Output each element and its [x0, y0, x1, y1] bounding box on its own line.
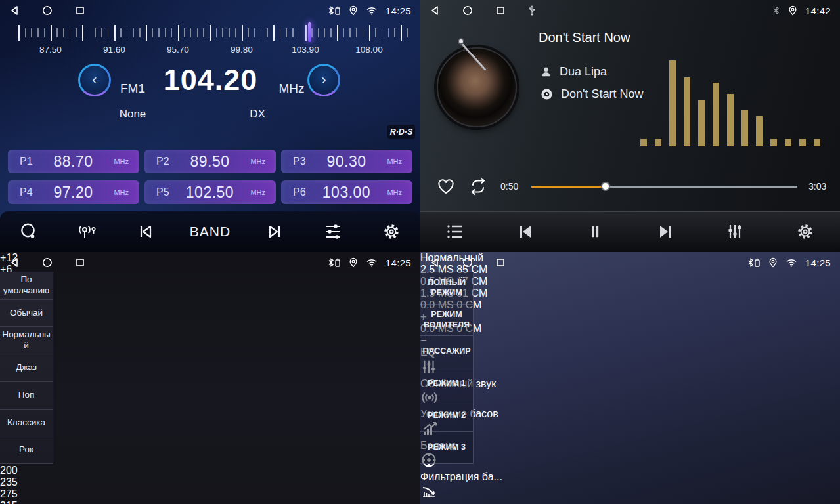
filter-icon	[420, 483, 840, 503]
bluetooth-icon	[772, 6, 780, 15]
next-station-icon[interactable]	[260, 217, 289, 246]
listening-mode-item[interactable]: РЕЖИМ 3	[420, 432, 473, 464]
home-icon[interactable]	[462, 257, 473, 268]
back-icon[interactable]	[9, 257, 20, 268]
preset-button[interactable]: P1 88.70 MHz	[8, 150, 139, 173]
recents-icon[interactable]	[495, 257, 506, 268]
increase-delay-button[interactable]: +	[420, 311, 840, 323]
delay-stepper: + 0.0 MS 0 CM −	[420, 311, 840, 346]
spectrum-bar	[713, 83, 719, 146]
progress-knob[interactable]	[601, 182, 610, 191]
home-icon[interactable]	[42, 257, 53, 268]
preset-unit: MHz	[114, 158, 129, 165]
recents-icon[interactable]	[75, 257, 85, 268]
eq-preset-item[interactable]: Поп	[0, 382, 53, 410]
tonearm-pivot	[458, 38, 464, 45]
preset-unit: MHz	[387, 188, 402, 196]
tab-bass-boost[interactable]: Усиление басов	[420, 408, 840, 440]
delay-rear-right-button[interactable]: 0.0 MS 0 CM	[420, 299, 840, 311]
eq-preset-item[interactable]: Обычай	[0, 300, 53, 327]
dial-label: 99.80	[222, 45, 261, 54]
fc-value[interactable]: 315	[0, 500, 18, 504]
eq-preset-item[interactable]: Рок	[0, 436, 53, 464]
preset-button[interactable]: P6 103.00 MHz	[281, 180, 412, 204]
broadcast-icon[interactable]	[73, 217, 102, 246]
statusbar-player: 14:42	[420, 0, 840, 21]
preset-button[interactable]: P4 97.20 MHz	[8, 180, 139, 204]
audio-spectrum	[640, 58, 831, 146]
fc-row-label: FC:	[0, 311, 420, 323]
preset-frequency: 89.50	[190, 153, 229, 171]
fc-value[interactable]: 235	[0, 476, 18, 488]
bluetooth-battery-icon	[326, 6, 341, 15]
tab-balance[interactable]: Баланс	[420, 440, 840, 471]
back-icon[interactable]	[9, 5, 20, 16]
decrease-delay-button[interactable]: −	[420, 335, 840, 346]
spectrum-bar	[770, 139, 777, 146]
equalizer-icon[interactable]	[319, 217, 347, 246]
preset-button[interactable]: P3 90.30 MHz	[281, 150, 412, 173]
music-player-screen: 14:42 Don't Start Now Dua Lipa Don't Sta…	[420, 0, 840, 252]
settings-gear-icon[interactable]	[377, 217, 406, 246]
location-icon	[768, 257, 778, 268]
recents-icon[interactable]	[75, 5, 85, 16]
statusbar-eq: 14:25	[0, 252, 420, 273]
listening-mode-sidebar: ПОЛНЫЙ РЕЖИМРЕЖИМ ВОДИТЕЛЯПАССАЖИРРЕЖИМ …	[420, 272, 474, 464]
home-icon[interactable]	[42, 5, 53, 16]
pause-icon[interactable]	[581, 217, 609, 246]
usb-icon	[528, 5, 536, 16]
previous-track-icon[interactable]	[511, 217, 540, 246]
preset-number: P6	[293, 186, 306, 198]
progress-bar[interactable]	[531, 186, 797, 188]
settings-gear-icon[interactable]	[791, 217, 820, 246]
scan-icon[interactable]	[14, 217, 43, 246]
prev-station-icon[interactable]	[131, 217, 160, 246]
radio-toolbar: BAND	[0, 211, 420, 252]
listening-mode-item[interactable]: РЕЖИМ ВОДИТЕЛЯ	[420, 304, 473, 337]
fc-value[interactable]: 275	[0, 488, 18, 499]
current-frequency: 104.20	[160, 63, 261, 97]
playlist-icon[interactable]	[441, 217, 470, 246]
eq-preset-item[interactable]: Классика	[0, 410, 53, 437]
tab-filter[interactable]: Фильтрация ба...	[420, 471, 840, 503]
listening-mode-item[interactable]: РЕЖИМ 1	[420, 368, 473, 400]
tab-surround[interactable]: Объёмный звук	[420, 378, 840, 408]
radio-screen: 14:25 87.5091.6095.7099.80103.90108.00 ‹…	[0, 0, 420, 252]
fc-value[interactable]: 200	[0, 465, 18, 476]
repeat-icon[interactable]	[467, 177, 489, 196]
listening-mode-item[interactable]: ПАССАЖИР	[420, 336, 473, 368]
eq-preset-item[interactable]: Джаз	[0, 354, 53, 382]
equalizer-icon[interactable]	[720, 217, 749, 246]
eq-preset-item[interactable]: Нормальный	[0, 327, 53, 354]
next-track-icon[interactable]	[651, 217, 680, 246]
frequency-dial[interactable]: 87.5091.6095.7099.80103.90108.00	[5, 22, 415, 56]
song-title: Don't Start Now	[539, 30, 630, 45]
prev-frequency-button[interactable]: ‹	[78, 64, 111, 96]
audio-settings-tabs: EQ Объёмный звук Усиление басов Баланс Ф…	[420, 346, 840, 503]
dial-label: 87.50	[31, 45, 70, 54]
spectrum-bar	[814, 139, 820, 146]
delay-rear-left-button[interactable]: 1.5 MS 51 CM	[420, 287, 840, 299]
delay-front-right-button[interactable]: 0.5 MS 17 CM	[420, 276, 840, 287]
location-icon	[349, 5, 358, 16]
listening-mode-item[interactable]: РЕЖИМ 2	[420, 400, 473, 432]
next-frequency-button[interactable]: ›	[307, 64, 340, 96]
favorite-heart-icon[interactable]	[436, 177, 456, 196]
home-icon[interactable]	[462, 5, 473, 16]
frequency-unit: MHz	[272, 81, 311, 96]
back-icon[interactable]	[430, 257, 440, 268]
eq-preset-item[interactable]: По умолчанию	[0, 272, 53, 300]
back-icon[interactable]	[430, 5, 440, 16]
spectrum-bar	[655, 139, 661, 146]
listening-mode-item[interactable]: ПОЛНЫЙ РЕЖИМ	[420, 272, 473, 304]
preset-button[interactable]: P5 102.50 MHz	[144, 180, 276, 204]
surround-sound-screen: 14:25 ПОЛНЫЙ РЕЖИМРЕЖИМ ВОДИТЕЛЯПАССАЖИР…	[420, 252, 840, 504]
surround-icon	[420, 390, 840, 408]
recents-icon[interactable]	[495, 5, 506, 16]
dial-indicator[interactable]	[308, 22, 311, 42]
preset-button[interactable]: P2 89.50 MHz	[144, 150, 276, 173]
dx-label: DX	[238, 108, 277, 121]
tab-eq[interactable]: EQ	[420, 346, 840, 378]
band-button[interactable]: BAND	[190, 217, 231, 246]
album-icon	[540, 87, 554, 101]
